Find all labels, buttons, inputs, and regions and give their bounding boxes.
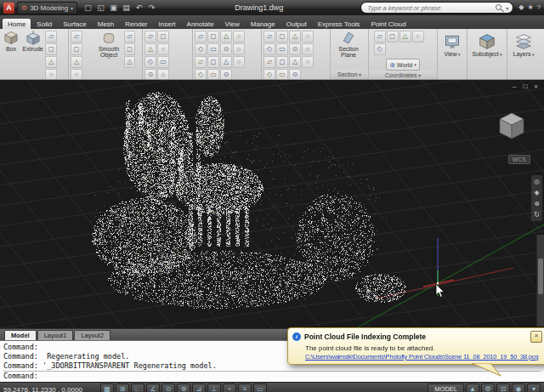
tool-icon[interactable]: ○ [45,69,57,79]
layers-panel-button[interactable]: Layers [509,31,538,58]
wcs-button[interactable]: WCS [508,155,530,164]
tool-icon[interactable]: ◇ [195,69,207,79]
tool-icon[interactable]: ◻ [207,31,219,43]
nav-icon[interactable]: ⊕ [534,200,540,207]
dyn-button[interactable]: + [223,383,236,392]
tool-icon[interactable]: ▱ [71,31,82,43]
ducs-button[interactable]: ⊥ [207,383,221,392]
annotation-scale-button[interactable]: ▲ [466,383,479,392]
tool-icon[interactable]: ◻ [124,43,135,55]
qp-button[interactable]: ▭ [253,383,267,392]
viewport-restore-button[interactable]: □ [523,82,527,90]
search-input[interactable] [366,3,493,13]
tool-icon[interactable]: ▱ [45,31,57,43]
tool-icon[interactable]: ○ [233,56,245,68]
extrude-button[interactable]: Extrude [22,31,44,52]
tool-icon[interactable]: ◇ [144,56,156,68]
tab-solid[interactable]: Solid [31,19,57,29]
tab-model[interactable]: Model [4,330,37,340]
tool-icon[interactable]: ⌂ [157,69,169,79]
viewport-scrollbar[interactable] [536,235,544,327]
plot-button[interactable]: ▤ [121,2,132,14]
tab-annotate[interactable]: Annotate [182,19,219,29]
tab-mesh[interactable]: Mesh [93,19,120,29]
tool-icon[interactable]: ⊙ [220,43,232,55]
tab-layout1[interactable]: Layout1 [37,330,74,340]
nav-icon[interactable]: ↻ [534,211,540,219]
panel-section-label[interactable]: Section [331,70,368,79]
tab-layout2[interactable]: Layout2 [74,330,110,340]
tool-icon[interactable]: ▱ [195,56,207,68]
lwt-button[interactable]: ≡ [238,383,252,392]
status-menu-button[interactable]: ▾ [527,383,541,392]
tool-icon[interactable]: ⌂ [233,43,245,55]
snap-button[interactable]: ▦ [100,383,114,392]
tool-icon[interactable]: △ [124,56,135,68]
undo-button[interactable]: ↶ [133,2,144,14]
tab-output[interactable]: Output [281,19,312,29]
viewport-canvas[interactable] [0,80,544,328]
nav-icon[interactable]: ◎ [534,178,540,185]
tool-icon[interactable]: ◻ [45,43,57,55]
new-button[interactable]: ▢ [82,2,94,14]
tool-icon[interactable]: ○ [157,43,169,55]
tool-icon[interactable]: △ [45,56,57,68]
command-input-line[interactable]: Command: [3,371,541,381]
tool-icon[interactable]: ◻ [276,31,288,43]
tab-point-cloud[interactable]: Point Cloud [366,19,411,29]
tool-icon[interactable]: △ [71,56,82,68]
tool-icon[interactable]: ▱ [264,31,275,43]
communication-center-icon[interactable]: ◆ [518,2,524,14]
tool-icon[interactable]: ⊙ [220,69,232,79]
tab-manage[interactable]: Manage [246,19,280,29]
tab-insert[interactable]: Insert [154,19,181,29]
tool-icon[interactable]: △ [220,56,232,68]
tool-icon[interactable]: ◻ [157,31,169,43]
tool-icon[interactable]: ▭ [207,69,219,79]
ucs-world-dropdown[interactable]: ⊕ World ▾ [386,59,419,71]
tool-icon[interactable]: △ [289,56,301,68]
app-menu-button[interactable]: A [3,3,14,14]
redo-button[interactable]: ↷ [146,2,157,14]
panel-coordinates-label[interactable]: Coordinates [369,71,437,79]
smooth-object-button[interactable]: Smooth Object [95,31,122,58]
tool-icon[interactable]: ▭ [276,43,288,55]
tool-icon[interactable]: ⊙ [289,69,301,79]
tool-icon[interactable]: ▱ [195,31,207,43]
osnap-button[interactable]: ⊙ [162,383,175,392]
tool-icon[interactable]: △ [289,31,301,43]
tool-icon[interactable]: ⌂ [302,43,314,55]
section-plane-button[interactable]: Section Plane [332,31,365,58]
tool-icon[interactable]: ▱ [264,56,275,68]
tool-icon[interactable]: ▭ [157,56,169,68]
tool-icon[interactable]: ○ [412,31,424,43]
open-button[interactable]: ◱ [95,2,106,14]
search-dropdown-icon[interactable]: ▾ [506,5,508,11]
tool-icon[interactable]: ○ [302,56,314,68]
tab-express-tools[interactable]: Express Tools [313,19,366,29]
ortho-button[interactable]: ∟ [131,383,144,392]
point-cloud-file-link[interactable]: C:\Users\walmslk\Documents\Photofly Poin… [305,353,542,361]
tab-view[interactable]: View [220,19,245,29]
tool-icon[interactable]: ○ [302,31,314,43]
tab-surface[interactable]: Surface [58,19,92,29]
tool-icon[interactable]: ▭ [207,43,219,55]
workspace-switcher[interactable]: ⚙ 3D Modeling ▾ [17,2,77,14]
subobject-panel-button[interactable]: Subobject [469,31,505,58]
tool-icon[interactable]: ▱ [124,31,135,43]
polar-button[interactable]: ∠ [146,383,160,392]
save-button[interactable]: ▣ [108,2,119,14]
search-icon[interactable] [496,4,503,12]
point-cloud-tray-button[interactable]: ◉ [512,383,525,392]
tool-icon[interactable]: △ [220,31,232,43]
nav-icon[interactable]: ◈ [534,189,539,196]
tool-icon[interactable]: ◇ [195,43,207,55]
tool-icon[interactable]: ◻ [276,56,288,68]
tool-icon[interactable]: ▱ [144,31,156,43]
balloon-close-button[interactable]: × [530,331,542,343]
tool-icon[interactable]: ▭ [276,69,288,79]
tool-icon[interactable]: ◇ [264,69,275,79]
tool-icon[interactable]: ◇ [374,43,386,55]
tab-home[interactable]: Home [3,19,31,29]
tool-icon[interactable]: △ [144,43,156,55]
